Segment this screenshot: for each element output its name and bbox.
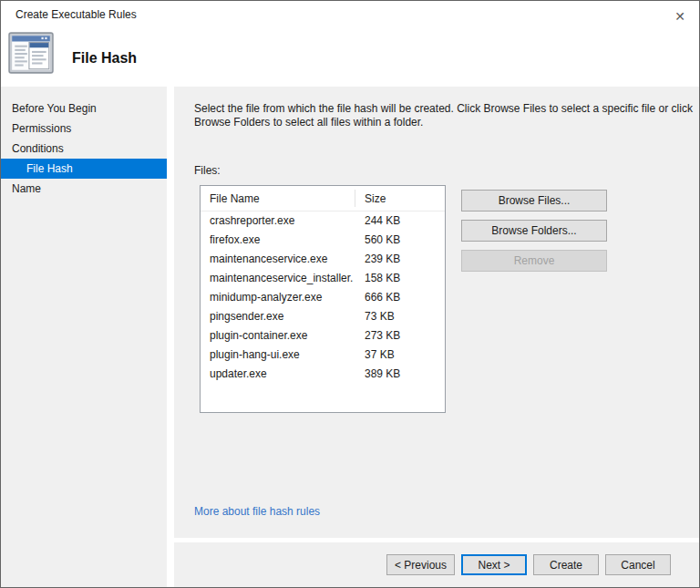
file-row[interactable]: updater.exe389 KB [201, 365, 445, 384]
file-row[interactable]: maintenanceservice.exe239 KB [201, 250, 445, 269]
title-bar: Create Executable Rules ✕ [1, 1, 699, 28]
file-row[interactable]: plugin-hang-ui.exe37 KB [201, 346, 445, 365]
file-row[interactable]: minidump-analyzer.exe666 KB [201, 288, 445, 307]
wizard-footer: < PreviousNext >CreateCancel [174, 542, 699, 587]
file-name-cell: plugin-container.exe [210, 326, 354, 346]
files-label: Files: [194, 164, 221, 177]
file-name-cell: plugin-hang-ui.exe [210, 346, 354, 365]
file-name-cell: minidump-analyzer.exe [210, 288, 354, 307]
file-size-cell: 560 KB [365, 231, 400, 250]
sidebar-item-permissions[interactable]: Permissions [1, 119, 167, 139]
cancel-button[interactable]: Cancel [605, 554, 671, 575]
file-name-cell: updater.exe [210, 365, 354, 384]
sidebar-item-file-hash[interactable]: File Hash [1, 159, 167, 179]
more-about-file-hash-rules-link[interactable]: More about file hash rules [194, 505, 320, 518]
column-divider[interactable] [355, 190, 355, 207]
column-header-file-name[interactable]: File Name [210, 186, 260, 211]
page-description: Select the file from which the file hash… [194, 102, 697, 129]
remove-button: Remove [461, 250, 607, 272]
create-executable-rules-dialog: Create Executable Rules ✕ [0, 0, 700, 588]
file-row[interactable]: pingsender.exe73 KB [201, 307, 445, 326]
browse-folders-button[interactable]: Browse Folders... [461, 220, 607, 242]
files-list-header: File Name Size [201, 186, 445, 211]
sidebar-item-conditions[interactable]: Conditions [1, 139, 167, 159]
file-name-cell: firefox.exe [210, 231, 354, 250]
file-name-cell: maintenanceservice_installer... [210, 269, 354, 288]
file-action-buttons: Browse Files...Browse Folders...Remove [461, 190, 607, 272]
browse-files-button[interactable]: Browse Files... [461, 190, 607, 211]
file-name-cell: maintenanceservice.exe [210, 250, 354, 269]
sidebar-item-before-you-begin[interactable]: Before You Begin [1, 98, 167, 119]
file-row[interactable]: plugin-container.exe273 KB [201, 326, 445, 346]
column-header-size[interactable]: Size [365, 186, 386, 211]
file-name-cell: crashreporter.exe [210, 211, 354, 231]
file-size-cell: 389 KB [365, 365, 400, 384]
file-size-cell: 158 KB [365, 269, 400, 288]
file-size-cell: 244 KB [365, 211, 400, 231]
next-button[interactable]: Next > [461, 554, 527, 575]
main-panel: Select the file from which the file hash… [174, 87, 699, 538]
wizard-steps-sidebar: Before You BeginPermissionsConditionsFil… [1, 87, 167, 587]
file-size-cell: 273 KB [365, 326, 400, 346]
file-row[interactable]: crashreporter.exe244 KB [201, 211, 445, 231]
files-list[interactable]: File Name Size crashreporter.exe244 KBfi… [200, 185, 446, 413]
page-title: File Hash [72, 28, 137, 88]
create-button[interactable]: Create [533, 554, 599, 575]
files-list-rows: crashreporter.exe244 KBfirefox.exe560 KB… [201, 211, 445, 384]
file-row[interactable]: firefox.exe560 KB [201, 231, 445, 250]
file-size-cell: 239 KB [365, 250, 400, 269]
file-row[interactable]: maintenanceservice_installer...158 KB [201, 269, 445, 288]
file-size-cell: 37 KB [365, 346, 395, 365]
close-icon[interactable]: ✕ [672, 8, 688, 25]
previous-button[interactable]: < Previous [386, 554, 455, 575]
file-size-cell: 73 KB [365, 307, 395, 326]
wizard-window-icon [8, 32, 54, 77]
sidebar-item-name[interactable]: Name [1, 179, 167, 199]
wizard-header: File Hash [1, 28, 699, 86]
file-size-cell: 666 KB [365, 288, 400, 307]
file-name-cell: pingsender.exe [210, 307, 354, 326]
window-title: Create Executable Rules [15, 1, 137, 29]
